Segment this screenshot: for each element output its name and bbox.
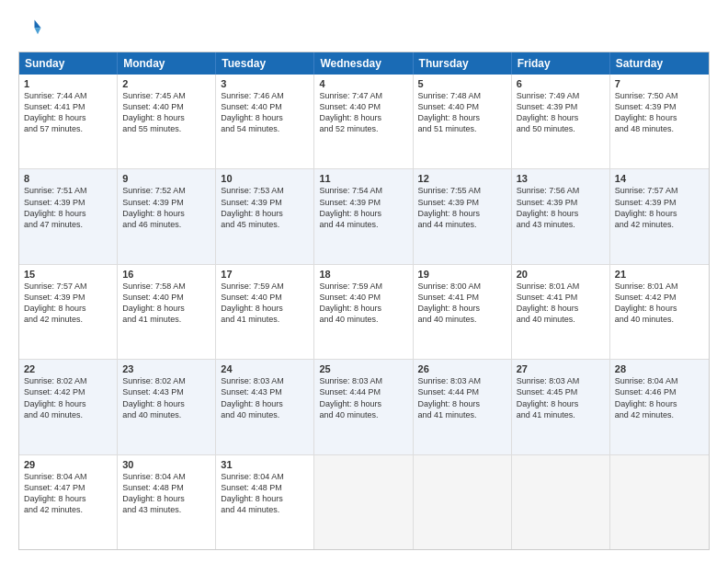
cell-text: Sunrise: 7:55 AMSunset: 4:39 PMDaylight:… xyxy=(418,185,506,230)
cell-text: Sunrise: 7:50 AMSunset: 4:39 PMDaylight:… xyxy=(615,90,704,135)
weekday-header: Thursday xyxy=(414,52,512,75)
svg-marker-0 xyxy=(35,20,41,29)
weekday-header: Friday xyxy=(512,52,610,75)
calendar-cell: 11Sunrise: 7:54 AMSunset: 4:39 PMDayligh… xyxy=(314,169,413,263)
calendar-cell: 15Sunrise: 7:57 AMSunset: 4:39 PMDayligh… xyxy=(19,265,118,359)
calendar-cell: 17Sunrise: 7:59 AMSunset: 4:40 PMDayligh… xyxy=(216,265,314,359)
cell-text: Sunrise: 8:01 AMSunset: 4:41 PMDaylight:… xyxy=(517,281,605,326)
calendar-cell: 10Sunrise: 7:53 AMSunset: 4:39 PMDayligh… xyxy=(216,169,314,263)
day-number: 10 xyxy=(221,173,309,184)
calendar-cell: 31Sunrise: 8:04 AMSunset: 4:48 PMDayligh… xyxy=(216,455,314,549)
weekday-header: Tuesday xyxy=(216,52,314,75)
calendar-cell: 3Sunrise: 7:46 AMSunset: 4:40 PMDaylight… xyxy=(216,75,314,168)
day-number: 23 xyxy=(122,363,210,374)
calendar-header: SundayMondayTuesdayWednesdayThursdayFrid… xyxy=(19,52,709,75)
calendar-cell: 1Sunrise: 7:44 AMSunset: 4:41 PMDaylight… xyxy=(19,75,118,168)
header xyxy=(18,17,710,42)
svg-marker-1 xyxy=(35,28,41,34)
cell-text: Sunrise: 8:04 AMSunset: 4:48 PMDaylight:… xyxy=(122,471,210,516)
calendar-cell: 26Sunrise: 8:03 AMSunset: 4:44 PMDayligh… xyxy=(414,360,512,454)
calendar-cell: 8Sunrise: 7:51 AMSunset: 4:39 PMDaylight… xyxy=(19,169,118,263)
calendar-cell: 27Sunrise: 8:03 AMSunset: 4:45 PMDayligh… xyxy=(512,360,610,454)
day-number: 3 xyxy=(221,78,309,89)
day-number: 24 xyxy=(221,363,309,374)
day-number: 18 xyxy=(319,269,407,280)
cell-text: Sunrise: 7:53 AMSunset: 4:39 PMDaylight:… xyxy=(221,185,309,230)
day-number: 14 xyxy=(615,173,704,184)
calendar-cell xyxy=(414,455,512,549)
weekday-header: Monday xyxy=(118,52,216,75)
day-number: 8 xyxy=(24,173,112,184)
day-number: 27 xyxy=(517,363,605,374)
cell-text: Sunrise: 7:58 AMSunset: 4:40 PMDaylight:… xyxy=(122,281,210,326)
calendar-cell: 16Sunrise: 7:58 AMSunset: 4:40 PMDayligh… xyxy=(118,265,216,359)
cell-text: Sunrise: 8:04 AMSunset: 4:47 PMDaylight:… xyxy=(24,471,112,516)
cell-text: Sunrise: 7:49 AMSunset: 4:39 PMDaylight:… xyxy=(517,90,605,135)
calendar-cell: 29Sunrise: 8:04 AMSunset: 4:47 PMDayligh… xyxy=(19,455,118,549)
cell-text: Sunrise: 7:51 AMSunset: 4:39 PMDaylight:… xyxy=(24,185,112,230)
calendar-row: 15Sunrise: 7:57 AMSunset: 4:39 PMDayligh… xyxy=(19,264,709,359)
day-number: 7 xyxy=(615,78,704,89)
weekday-header: Saturday xyxy=(610,52,709,75)
cell-text: Sunrise: 7:59 AMSunset: 4:40 PMDaylight:… xyxy=(221,281,309,326)
calendar-cell: 24Sunrise: 8:03 AMSunset: 4:43 PMDayligh… xyxy=(216,360,314,454)
cell-text: Sunrise: 8:03 AMSunset: 4:44 PMDaylight:… xyxy=(319,375,407,420)
logo-icon xyxy=(18,17,44,42)
cell-text: Sunrise: 7:47 AMSunset: 4:40 PMDaylight:… xyxy=(319,90,407,135)
day-number: 25 xyxy=(319,363,407,374)
cell-text: Sunrise: 7:56 AMSunset: 4:39 PMDaylight:… xyxy=(517,185,605,230)
calendar-row: 1Sunrise: 7:44 AMSunset: 4:41 PMDaylight… xyxy=(19,75,709,168)
day-number: 21 xyxy=(615,269,704,280)
calendar-cell: 25Sunrise: 8:03 AMSunset: 4:44 PMDayligh… xyxy=(314,360,413,454)
day-number: 12 xyxy=(418,173,506,184)
calendar-row: 22Sunrise: 8:02 AMSunset: 4:42 PMDayligh… xyxy=(19,359,709,454)
calendar-cell: 22Sunrise: 8:02 AMSunset: 4:42 PMDayligh… xyxy=(19,360,118,454)
calendar-body: 1Sunrise: 7:44 AMSunset: 4:41 PMDaylight… xyxy=(19,75,709,549)
calendar-cell: 5Sunrise: 7:48 AMSunset: 4:40 PMDaylight… xyxy=(414,75,512,168)
calendar-cell: 21Sunrise: 8:01 AMSunset: 4:42 PMDayligh… xyxy=(610,265,709,359)
cell-text: Sunrise: 8:01 AMSunset: 4:42 PMDaylight:… xyxy=(615,281,704,326)
logo xyxy=(18,17,48,42)
day-number: 29 xyxy=(24,459,112,470)
cell-text: Sunrise: 8:02 AMSunset: 4:42 PMDaylight:… xyxy=(24,375,112,420)
calendar-cell: 12Sunrise: 7:55 AMSunset: 4:39 PMDayligh… xyxy=(414,169,512,263)
calendar-cell: 6Sunrise: 7:49 AMSunset: 4:39 PMDaylight… xyxy=(512,75,610,168)
day-number: 17 xyxy=(221,269,309,280)
calendar-cell: 13Sunrise: 7:56 AMSunset: 4:39 PMDayligh… xyxy=(512,169,610,263)
cell-text: Sunrise: 7:46 AMSunset: 4:40 PMDaylight:… xyxy=(221,90,309,135)
calendar-cell: 19Sunrise: 8:00 AMSunset: 4:41 PMDayligh… xyxy=(414,265,512,359)
calendar-row: 29Sunrise: 8:04 AMSunset: 4:47 PMDayligh… xyxy=(19,454,709,549)
day-number: 4 xyxy=(319,78,407,89)
cell-text: Sunrise: 7:59 AMSunset: 4:40 PMDaylight:… xyxy=(319,281,407,326)
day-number: 15 xyxy=(24,269,112,280)
page: SundayMondayTuesdayWednesdayThursdayFrid… xyxy=(0,0,728,563)
day-number: 2 xyxy=(122,78,210,89)
calendar-cell xyxy=(512,455,610,549)
cell-text: Sunrise: 7:44 AMSunset: 4:41 PMDaylight:… xyxy=(24,90,112,135)
calendar-cell: 30Sunrise: 8:04 AMSunset: 4:48 PMDayligh… xyxy=(118,455,216,549)
day-number: 1 xyxy=(24,78,112,89)
day-number: 31 xyxy=(221,459,309,470)
day-number: 5 xyxy=(418,78,506,89)
day-number: 13 xyxy=(517,173,605,184)
calendar-row: 8Sunrise: 7:51 AMSunset: 4:39 PMDaylight… xyxy=(19,168,709,263)
cell-text: Sunrise: 8:04 AMSunset: 4:48 PMDaylight:… xyxy=(221,471,309,516)
cell-text: Sunrise: 8:04 AMSunset: 4:46 PMDaylight:… xyxy=(615,375,704,420)
cell-text: Sunrise: 8:03 AMSunset: 4:45 PMDaylight:… xyxy=(517,375,605,420)
day-number: 11 xyxy=(319,173,407,184)
calendar-cell: 7Sunrise: 7:50 AMSunset: 4:39 PMDaylight… xyxy=(610,75,709,168)
cell-text: Sunrise: 7:48 AMSunset: 4:40 PMDaylight:… xyxy=(418,90,506,135)
cell-text: Sunrise: 7:57 AMSunset: 4:39 PMDaylight:… xyxy=(24,281,112,326)
calendar-cell: 2Sunrise: 7:45 AMSunset: 4:40 PMDaylight… xyxy=(118,75,216,168)
calendar-cell xyxy=(314,455,413,549)
day-number: 30 xyxy=(122,459,210,470)
calendar-cell: 18Sunrise: 7:59 AMSunset: 4:40 PMDayligh… xyxy=(314,265,413,359)
cell-text: Sunrise: 7:45 AMSunset: 4:40 PMDaylight:… xyxy=(122,90,210,135)
day-number: 6 xyxy=(517,78,605,89)
weekday-header: Wednesday xyxy=(314,52,413,75)
calendar-cell: 23Sunrise: 8:02 AMSunset: 4:43 PMDayligh… xyxy=(118,360,216,454)
day-number: 22 xyxy=(24,363,112,374)
day-number: 20 xyxy=(517,269,605,280)
calendar-cell: 4Sunrise: 7:47 AMSunset: 4:40 PMDaylight… xyxy=(314,75,413,168)
calendar-cell xyxy=(610,455,709,549)
